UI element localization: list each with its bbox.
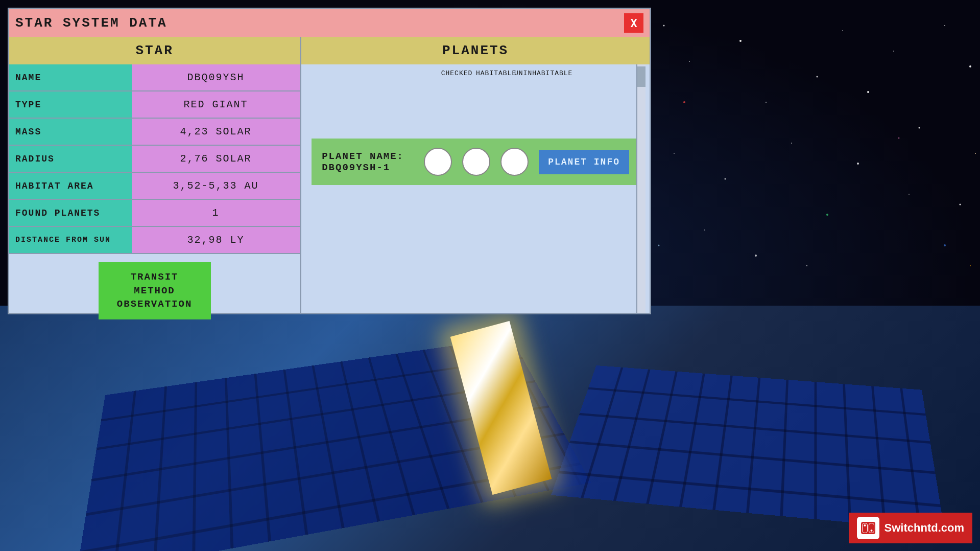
dialog-title: STAR SYSTEM DATA: [15, 15, 168, 31]
svg-point-25: [944, 244, 946, 246]
svg-point-19: [806, 265, 807, 266]
nintendo-switch-icon: [860, 520, 876, 536]
svg-point-2: [739, 40, 742, 42]
nintendo-logo: [857, 517, 879, 539]
table-row: HABITAT AREA 3,52-5,33 AU: [9, 173, 300, 200]
transit-btn-line2: OBSERVATION: [117, 299, 192, 310]
label-habitat-area: HABITAT AREA: [9, 173, 132, 199]
table-row: MASS 4,23 SOLAR: [9, 119, 300, 146]
svg-point-1: [689, 61, 690, 62]
close-button[interactable]: X: [624, 13, 643, 33]
label-distance: DISTANCE FROM SUN: [9, 227, 132, 253]
svg-point-33: [870, 530, 872, 532]
svg-point-16: [960, 204, 961, 205]
svg-point-3: [766, 102, 767, 103]
uninhabitable-circle: [500, 148, 529, 176]
svg-point-26: [970, 265, 971, 266]
table-row: RADIUS 2,76 SOLAR: [9, 146, 300, 173]
planet-name-label: PLANET NAME:: [322, 151, 414, 162]
svg-point-22: [683, 101, 685, 103]
svg-point-0: [663, 25, 665, 27]
uninhabitable-header: UNINHABITABLE: [514, 70, 553, 77]
value-habitat-area: 3,52-5,33 AU: [132, 173, 300, 199]
label-found-planets: FOUND PLANETS: [9, 200, 132, 226]
table-row: DISTANCE FROM SUN 32,98 LY: [9, 227, 300, 254]
svg-point-12: [725, 178, 726, 180]
label-mass: MASS: [9, 119, 132, 145]
planets-panel-header: PLANETS: [301, 37, 650, 64]
table-row: FOUND PLANETS 1: [9, 200, 300, 227]
status-circles: [424, 148, 529, 176]
status-column-headers: CHECKED HABITABLE UNINHABITABLE: [312, 70, 639, 77]
value-type: RED GIANT: [132, 91, 300, 118]
planet-row: PLANET NAME: DBQ09YSH-1 PLANET INFO: [312, 139, 639, 185]
svg-point-9: [944, 25, 945, 26]
transit-method-button[interactable]: TRANSIT METHOD OBSERVATION: [99, 262, 211, 319]
dialog-body: STAR NAME DBQ09YSH TYPE RED GIANT MASS 4…: [9, 37, 650, 313]
svg-point-10: [969, 65, 971, 67]
svg-point-13: [791, 143, 792, 144]
svg-point-14: [857, 163, 859, 165]
planet-info-button[interactable]: PLANET INFO: [539, 150, 629, 174]
svg-point-23: [826, 214, 828, 216]
star-panel-header: STAR: [9, 37, 300, 64]
svg-point-20: [975, 153, 976, 154]
planet-name-value: DBQ09YSH-1: [322, 162, 414, 173]
space-scene: [0, 306, 980, 551]
habitable-circle: [462, 148, 490, 176]
scrollbar-thumb: [637, 66, 646, 87]
svg-point-24: [898, 137, 900, 139]
star-panel: STAR NAME DBQ09YSH TYPE RED GIANT MASS 4…: [9, 37, 301, 313]
svg-point-8: [919, 127, 920, 129]
svg-point-32: [864, 524, 866, 526]
value-found-planets: 1: [132, 200, 300, 226]
svg-point-17: [704, 229, 705, 231]
planets-panel: PLANETS CHECKED HABITABLE UNINHABITABLE …: [301, 37, 650, 313]
planets-content: CHECKED HABITABLE UNINHABITABLE PLANET N…: [301, 64, 650, 195]
nintendo-site-text: Switchntd.com: [885, 521, 964, 535]
value-name: DBQ09YSH: [132, 64, 300, 90]
svg-point-4: [817, 76, 818, 78]
svg-point-6: [867, 91, 869, 93]
value-mass: 4,23 SOLAR: [132, 119, 300, 145]
value-distance: 32,98 LY: [132, 227, 300, 253]
svg-point-7: [893, 51, 894, 52]
svg-point-5: [842, 30, 843, 31]
transit-btn-line1: TRANSIT METHOD: [131, 271, 179, 296]
table-row: NAME DBQ09YSH: [9, 64, 300, 91]
label-radius: RADIUS: [9, 146, 132, 172]
table-row: TYPE RED GIANT: [9, 91, 300, 119]
star-data-table: NAME DBQ09YSH TYPE RED GIANT MASS 4,23 S…: [9, 64, 300, 254]
label-type: TYPE: [9, 91, 132, 118]
svg-point-18: [755, 255, 757, 257]
planets-scrollbar[interactable]: [636, 64, 646, 313]
svg-point-15: [909, 194, 910, 195]
star-system-dialog: STAR SYSTEM DATA X STAR NAME DBQ09YSH TY…: [8, 8, 651, 314]
value-radius: 2,76 SOLAR: [132, 146, 300, 172]
svg-point-21: [658, 245, 660, 246]
habitable-header: HABITABLE: [476, 70, 514, 77]
nintendo-badge: Switchntd.com: [849, 513, 972, 543]
svg-point-11: [674, 153, 675, 154]
label-name: NAME: [9, 64, 132, 90]
checked-circle: [424, 148, 452, 176]
planet-name-section: PLANET NAME: DBQ09YSH-1: [322, 151, 414, 173]
dialog-titlebar: STAR SYSTEM DATA X: [9, 9, 650, 37]
checked-header: CHECKED: [438, 70, 476, 77]
